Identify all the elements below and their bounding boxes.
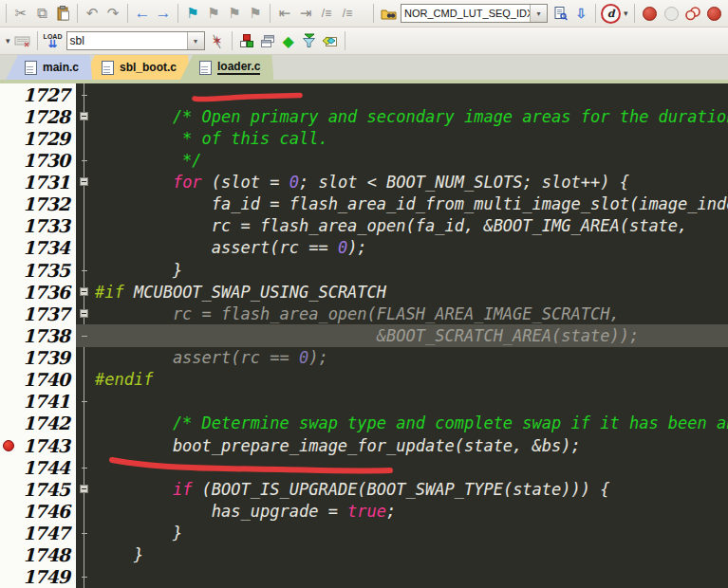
line-number[interactable]: 1727: [0, 83, 76, 105]
fold-collapse-icon[interactable]: [80, 309, 88, 318]
undo-button[interactable]: ↶: [83, 2, 102, 25]
fold-collapse-icon[interactable]: [80, 177, 88, 186]
tab-sbl_boot.c[interactable]: sbl_boot.c: [83, 55, 190, 80]
code-text[interactable]: }: [92, 259, 728, 281]
line-number[interactable]: 1731: [0, 172, 76, 193]
breakpoint-marker[interactable]: [3, 440, 14, 451]
unindent-button[interactable]: ⇤: [275, 2, 294, 25]
next-bookmark-button[interactable]: ⚑▸: [225, 2, 244, 25]
line-number[interactable]: 1728: [0, 105, 76, 127]
search-combobox[interactable]: NOR_CMD_LUT_SEQ_IDX_ ▾: [401, 4, 548, 23]
batch-build-button[interactable]: [321, 29, 340, 52]
macro-keyboard-button[interactable]: [13, 29, 32, 52]
code-text[interactable]: }: [92, 544, 728, 566]
redo-button[interactable]: ↷: [103, 2, 122, 25]
wizard-button[interactable]: ✶: [208, 29, 227, 52]
code-text[interactable]: assert(rc == 0);: [92, 237, 728, 259]
code-text[interactable]: boot_prepare_image_for_update(state, &bs…: [92, 434, 728, 456]
code-editor[interactable]: 17271728 /* Open primary and secondary i…: [0, 83, 728, 588]
line-number[interactable]: 1741: [0, 391, 76, 413]
indent-button[interactable]: ⇥: [296, 2, 315, 25]
fold-gutter[interactable]: [76, 281, 92, 303]
toggle-breakpoint-button[interactable]: [643, 7, 657, 21]
line-number[interactable]: 1740: [0, 369, 76, 391]
code-text[interactable]: if (BOOT_IS_UPGRADE(BOOT_SWAP_TYPE(state…: [92, 478, 728, 500]
line-number[interactable]: 1729: [0, 127, 76, 149]
fold-collapse-icon[interactable]: [80, 485, 88, 493]
navigate-forward-button[interactable]: →: [154, 2, 173, 25]
code-text[interactable]: /* Determine swap type and complete swap…: [92, 413, 728, 434]
code-text[interactable]: for (slot = 0; slot < BOOT_NUM_SLOTS; sl…: [92, 172, 728, 193]
toggle-bookmark-button[interactable]: ⚑: [183, 2, 202, 25]
fold-gutter: [76, 456, 92, 478]
paste-button[interactable]: [53, 2, 72, 25]
line-number[interactable]: 1748: [0, 544, 76, 566]
previous-bookmark-button[interactable]: ⚑◂: [204, 2, 223, 25]
code-text[interactable]: #endif: [92, 369, 728, 391]
target-combobox-dropdown[interactable]: ▾: [187, 32, 204, 49]
incremental-search-button[interactable]: ⇩: [571, 2, 590, 25]
disable-all-breakpoints-button[interactable]: [683, 2, 702, 25]
line-number[interactable]: 1742: [0, 413, 76, 434]
fold-gutter[interactable]: [76, 105, 92, 127]
find-in-files-button[interactable]: [379, 2, 398, 25]
filter-build-button[interactable]: [300, 29, 319, 52]
document-icon: [199, 61, 212, 75]
line-number[interactable]: 1733: [0, 215, 76, 237]
fold-gutter[interactable]: [76, 478, 92, 500]
line-number[interactable]: 1745: [0, 478, 76, 500]
line-number[interactable]: 1749: [0, 566, 76, 588]
code-text[interactable]: assert(rc == 0);: [92, 347, 728, 369]
code-text[interactable]: [92, 456, 728, 478]
quick-search-button[interactable]: d: [601, 2, 621, 25]
line-number[interactable]: 1737: [0, 303, 76, 324]
enable-breakpoint-button[interactable]: [664, 7, 679, 21]
code-text[interactable]: #if MCUBOOT_SWAP_USING_SCRATCH: [92, 281, 728, 303]
fold-gutter[interactable]: [76, 303, 92, 324]
cut-button[interactable]: ✂: [11, 2, 30, 25]
line-number[interactable]: 1734: [0, 237, 76, 259]
comment-button[interactable]: /≡: [317, 2, 336, 25]
line-number[interactable]: 1747: [0, 523, 76, 544]
code-text[interactable]: /* Open primary and secondary image area…: [92, 105, 728, 127]
make-button[interactable]: ◆: [279, 29, 298, 52]
target-combobox[interactable]: sbl ▾: [66, 31, 205, 50]
load-program-button[interactable]: LOAD ⇊: [44, 29, 63, 52]
code-text[interactable]: [92, 566, 728, 588]
line-number[interactable]: 1746: [0, 500, 76, 522]
line-number[interactable]: 1732: [0, 193, 76, 215]
copy-button[interactable]: ⧉: [32, 2, 51, 25]
code-text[interactable]: has_upgrade = true;: [92, 500, 728, 522]
tab-loader.c[interactable]: loader.c: [180, 55, 273, 80]
find-in-document-button[interactable]: [551, 2, 569, 25]
code-text[interactable]: * of this call.: [92, 127, 728, 149]
line-number[interactable]: 1736: [0, 281, 76, 303]
fold-gutter[interactable]: [76, 172, 92, 193]
code-text[interactable]: fa_id = flash_area_id_from_multi_image_s…: [92, 193, 728, 215]
code-text[interactable]: &BOOT_SCRATCH_AREA(state));: [92, 324, 728, 346]
clear-bookmarks-button[interactable]: ⚑x: [246, 2, 265, 25]
fold-collapse-icon[interactable]: [80, 287, 88, 296]
line-number[interactable]: 1730: [0, 149, 76, 171]
code-text[interactable]: */: [92, 149, 728, 171]
code-text[interactable]: rc = flash_area_open(fa_id, &BOOT_IMG_AR…: [92, 215, 728, 237]
navigate-back-button[interactable]: ←: [133, 2, 152, 25]
build-button[interactable]: [237, 29, 256, 52]
remove-all-breakpoints-button[interactable]: [707, 7, 721, 21]
code-text[interactable]: [92, 391, 728, 413]
line-number[interactable]: 1738: [0, 324, 76, 346]
line-number[interactable]: 1744: [0, 456, 76, 478]
code-text[interactable]: [92, 83, 728, 105]
tab-main.c[interactable]: main.c: [6, 55, 92, 80]
line-number[interactable]: 1743: [0, 434, 76, 456]
line-number[interactable]: 1735: [0, 259, 76, 281]
search-combobox-dropdown[interactable]: ▾: [530, 5, 547, 22]
cascade-windows-button[interactable]: [258, 29, 277, 52]
line-number[interactable]: 1739: [0, 347, 76, 369]
quick-search-dropdown[interactable]: ▾: [624, 9, 628, 18]
code-text[interactable]: rc = flash_area_open(FLASH_AREA_IMAGE_SC…: [92, 303, 728, 324]
uncomment-button[interactable]: /≡: [338, 2, 357, 25]
toolbar-options-dropdown[interactable]: ▾: [6, 36, 10, 46]
fold-collapse-icon[interactable]: [80, 112, 88, 120]
code-text[interactable]: }: [92, 523, 728, 544]
